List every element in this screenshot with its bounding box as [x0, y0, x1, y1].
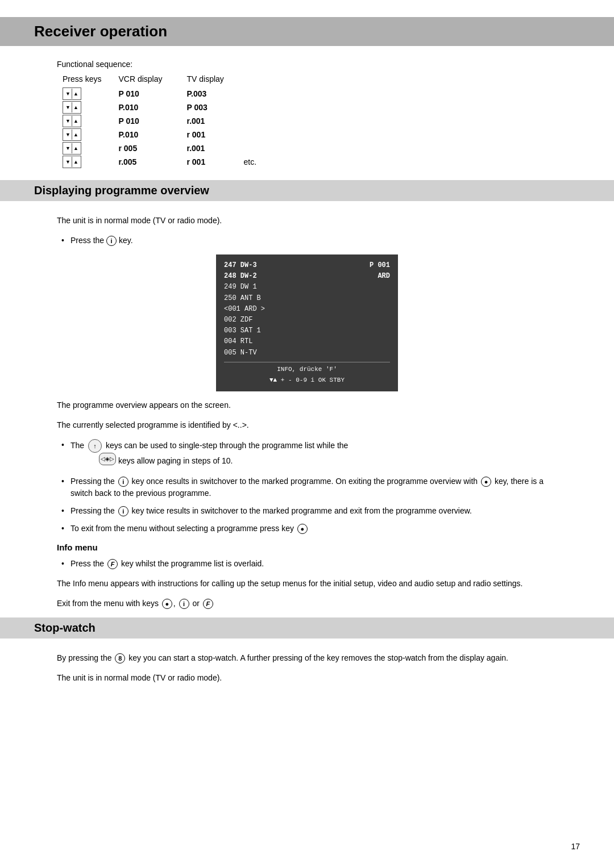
bullet-nav-keys: The ↑ keys can be used to single-step th… [57, 439, 557, 470]
stopwatch-heading: Stop-watch [34, 621, 605, 635]
displaying-section-header: Displaying programme overview [0, 180, 614, 201]
f-key-icon: F [107, 559, 118, 569]
info-menu-heading: Info menu [57, 542, 557, 552]
extra-cell [243, 101, 273, 114]
stopwatch-prefix: By pressing the [57, 653, 112, 662]
info-press-text: Press the [70, 559, 104, 568]
bullet-exit-menu: To exit from the menu without selecting … [57, 523, 557, 535]
paging-keys-icon: ◁◈▷ [99, 453, 116, 465]
screen-row-8: 004 RTL [224, 336, 390, 347]
key-text: key. [119, 236, 133, 245]
i-key-2-icon: i [118, 477, 128, 487]
tv-display-cell: r.001 [186, 141, 243, 155]
tv-display-cell: r 001 [186, 155, 243, 169]
screen-row-4: 250 ANT B [224, 293, 390, 304]
extra-cell [243, 114, 273, 128]
screen-row-6: 002 ZDF [224, 315, 390, 326]
stopwatch-text2: The unit is in normal mode (TV or radio … [57, 672, 557, 684]
stopwatch-header: Stop-watch [0, 617, 614, 639]
bullet2-suffix: keys allow paging in steps of 10. [118, 456, 233, 465]
col-tv-display: TV display [186, 73, 243, 87]
functional-sequence-label: Functional sequence: [57, 60, 557, 69]
functional-table: Press keys VCR display TV display ▼ ▲ P … [63, 73, 273, 169]
screen-display: 247 DW-3 P 001 248 DW-2 ARD 249 DW 1 250… [216, 254, 398, 391]
displaying-content: The unit is in normal mode (TV or radio … [34, 215, 580, 610]
i-key-3-icon: i [118, 506, 128, 516]
bullet-press-i: Press the i key. [57, 235, 557, 247]
table-row: ▼ ▲ P.010r 001 [63, 128, 273, 141]
info-key-suffix: key whilst the programme list is overlai… [121, 559, 264, 568]
table-row: ▼ ▲ r 005r.001 [63, 141, 273, 155]
circle-key-icon: ● [481, 477, 491, 487]
exit-info-text: Exit from the menu with keys ●, i or F [57, 598, 557, 610]
bullet3-suffix1: key once results in switchover to the ma… [132, 477, 478, 486]
nav-arrows-icon: ↑ [88, 439, 102, 453]
screen-row-7: 003 SAT 1 [224, 326, 390, 336]
table-row: ▼ ▲ P.010P 003 [63, 101, 273, 114]
extra-cell [243, 87, 273, 101]
bullet4-suffix: key twice results in switchover to the m… [132, 506, 472, 515]
page-number: 17 [571, 842, 580, 851]
info-menu-bullets: Press the F key whilst the programme lis… [57, 558, 557, 570]
screen-row-2-left: 248 DW-2 [224, 271, 257, 282]
vcr-display-cell: P.010 [118, 128, 186, 141]
bullet4-prefix: Pressing the [70, 506, 115, 515]
identified-text: The currently selected programme is iden… [57, 419, 557, 431]
exit-key2-icon: i [179, 599, 189, 609]
arrow-pair-cell: ▼ ▲ [63, 101, 118, 114]
screen-row-3: 249 DW 1 [224, 282, 390, 293]
displaying-intro: The unit is in normal mode (TV or radio … [57, 215, 557, 227]
screen-row-2: 248 DW-2 ARD [224, 271, 390, 282]
screen-row-7-left: 003 SAT 1 [224, 326, 261, 336]
i-key-icon: i [106, 236, 117, 246]
screen-row-1-left: 247 DW-3 [224, 260, 257, 271]
screen-row-5-left: <001 ARD > [224, 304, 265, 315]
functional-sequence: Functional sequence: Press keys VCR disp… [34, 60, 580, 169]
page: Receiver operation Functional sequence: … [0, 0, 614, 868]
vcr-display-cell: P 010 [118, 87, 186, 101]
vcr-display-cell: P 010 [118, 114, 186, 128]
arrow-pair-cell: ▼ ▲ [63, 87, 118, 101]
screen-bottom-keys: ▼▲ + - 0-9 i OK STBY [224, 375, 390, 386]
tv-display-cell: r 001 [186, 128, 243, 141]
screen-row-1: 247 DW-3 P 001 [224, 260, 390, 271]
displaying-heading: Displaying programme overview [34, 184, 605, 197]
info-menu-bullet1: Press the F key whilst the programme lis… [57, 558, 557, 570]
exit-key1-icon: ● [162, 599, 172, 609]
screen-row-3-left: 249 DW 1 [224, 282, 257, 293]
displaying-bullets: Press the i key. [57, 235, 557, 247]
bullet5-text: To exit from the menu without selecting … [70, 524, 294, 533]
screen-row-6-left: 002 ZDF [224, 315, 252, 326]
more-bullets: The ↑ keys can be used to single-step th… [57, 439, 557, 535]
screen-row-4-left: 250 ANT B [224, 293, 261, 304]
vcr-display-cell: r.005 [118, 155, 186, 169]
exit-key-icon: ● [297, 524, 308, 534]
screen-row-2-right: ARD [377, 271, 390, 282]
screen-info-line: INFO, drücke 'F' [224, 365, 390, 375]
main-header: Receiver operation [0, 17, 614, 46]
press-the-text: Press the [70, 236, 104, 245]
bullet2-prefix: The [70, 441, 84, 450]
tv-display-cell: P 003 [186, 101, 243, 114]
extra-cell: etc. [243, 155, 273, 169]
vcr-display-cell: r 005 [118, 141, 186, 155]
page-title: Receiver operation [34, 23, 603, 40]
tv-display-cell: P.003 [186, 87, 243, 101]
tv-display-cell: r.001 [186, 114, 243, 128]
screen-bottom: INFO, drücke 'F' ▼▲ + - 0-9 i OK STBY [224, 362, 390, 386]
screen-row-9: 005 N-TV [224, 348, 390, 358]
screen-row-8-left: 004 RTL [224, 336, 252, 347]
screen-caption: The programme overview appears on the sc… [57, 399, 557, 411]
screen-row-9-left: 005 N-TV [224, 348, 257, 358]
arrow-pair-cell: ▼ ▲ [63, 114, 118, 128]
info-menu-text: The Info menu appears with instructions … [57, 578, 557, 590]
table-row: ▼ ▲ r.005r 001etc. [63, 155, 273, 169]
vcr-display-cell: P.010 [118, 101, 186, 114]
col-press-keys: Press keys [63, 73, 118, 87]
extra-cell [243, 141, 273, 155]
exit-key3-icon: F [203, 599, 213, 609]
arrow-pair-cell: ▼ ▲ [63, 141, 118, 155]
screen-row-1-right: P 001 [370, 260, 390, 271]
bullet-i-twice: Pressing the i key twice results in swit… [57, 505, 557, 517]
bullet2-middle: keys can be used to single-step through … [106, 441, 348, 450]
